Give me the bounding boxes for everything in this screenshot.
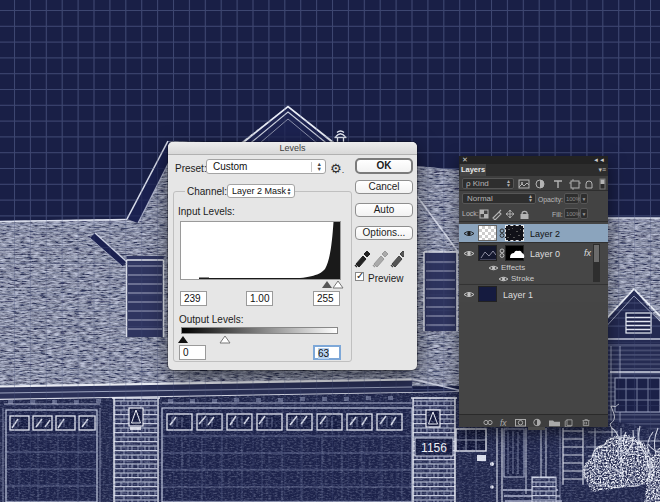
svg-text:fx: fx: [500, 418, 507, 427]
